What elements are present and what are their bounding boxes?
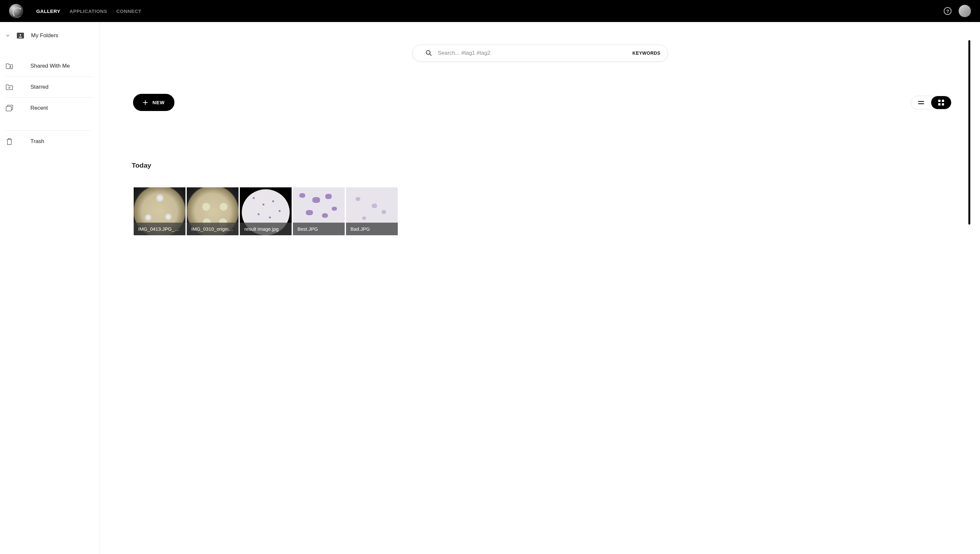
toolbar: NEW: [114, 94, 966, 111]
svg-rect-14: [942, 103, 944, 105]
sidebar-item-trash[interactable]: Trash: [6, 131, 94, 152]
nav-gallery[interactable]: GALLERY: [36, 8, 60, 14]
header-left: GALLERY APPLICATIONS CONNECT: [9, 4, 142, 18]
svg-point-1: [20, 34, 21, 36]
trash-icon: [6, 138, 13, 145]
sidebar-item-shared[interactable]: Shared With Me: [6, 56, 94, 77]
folder-shared-icon: [6, 63, 13, 69]
thumbnail-row: IMG_0413.JPG_ZO… IMG_0310_original… resu…: [114, 187, 966, 235]
svg-rect-13: [938, 103, 940, 105]
chevron-down-icon: [6, 34, 10, 37]
view-toggle: [911, 96, 951, 109]
section-title: Today: [114, 161, 966, 169]
new-button-label: NEW: [153, 100, 165, 105]
svg-rect-9: [918, 101, 924, 102]
thumbnail-item[interactable]: Bad.JPG: [346, 187, 398, 235]
search-icon: [426, 50, 432, 56]
folder-star-icon: [6, 84, 13, 90]
thumbnail-caption: IMG_0413.JPG_ZO…: [134, 223, 185, 235]
nav-applications[interactable]: APPLICATIONS: [70, 8, 107, 14]
view-list-button[interactable]: [911, 96, 931, 109]
svg-rect-10: [918, 103, 924, 104]
app-body: My Folders Shared With Me Starred: [0, 22, 980, 554]
sidebar-item-starred[interactable]: Starred: [6, 77, 94, 98]
svg-rect-4: [6, 107, 11, 111]
recent-icon: [6, 105, 13, 111]
thumbnail-caption: result image.jpg: [240, 223, 292, 235]
thumbnail-item[interactable]: IMG_0310_original…: [187, 187, 239, 235]
search-input[interactable]: [438, 50, 627, 56]
svg-point-2: [10, 66, 11, 67]
sidebar-item-my-folders[interactable]: My Folders: [6, 32, 94, 46]
svg-rect-12: [942, 100, 944, 102]
thumbnail-caption: Best.JPG: [293, 223, 345, 235]
sidebar-item-label: Recent: [30, 105, 48, 111]
view-grid-button[interactable]: [931, 96, 951, 109]
sidebar-item-label: My Folders: [31, 32, 58, 39]
app-header: GALLERY APPLICATIONS CONNECT ?: [0, 0, 980, 22]
header-right: ?: [944, 5, 971, 17]
main-content: KEYWORDS NEW Today: [100, 22, 980, 554]
sidebar-item-label: Starred: [30, 84, 49, 90]
new-button[interactable]: NEW: [133, 94, 175, 111]
sidebar-item-recent[interactable]: Recent: [6, 98, 94, 118]
thumbnail-caption: IMG_0310_original…: [187, 223, 239, 235]
search-bar: KEYWORDS: [412, 45, 668, 62]
sidebar-item-label: Trash: [30, 138, 45, 145]
help-icon[interactable]: ?: [944, 7, 951, 15]
svg-point-5: [426, 51, 430, 54]
keywords-button[interactable]: KEYWORDS: [632, 51, 660, 56]
nav-connect[interactable]: CONNECT: [116, 8, 142, 14]
sidebar: My Folders Shared With Me Starred: [0, 22, 100, 554]
thumbnail-item[interactable]: Best.JPG: [293, 187, 345, 235]
top-nav: GALLERY APPLICATIONS CONNECT: [36, 8, 142, 14]
thumbnail-item[interactable]: IMG_0413.JPG_ZO…: [134, 187, 185, 235]
sidebar-item-label: Shared With Me: [30, 63, 70, 69]
plus-icon: [143, 100, 148, 105]
user-avatar[interactable]: [959, 5, 971, 17]
search-wrap: KEYWORDS: [114, 45, 966, 62]
folder-person-icon: [17, 33, 24, 38]
thumbnail-caption: Bad.JPG: [346, 223, 398, 235]
app-logo[interactable]: [9, 4, 23, 18]
scrollbar[interactable]: [968, 40, 970, 224]
thumbnail-item[interactable]: result image.jpg: [240, 187, 292, 235]
svg-line-6: [430, 54, 431, 56]
svg-rect-11: [938, 100, 940, 102]
